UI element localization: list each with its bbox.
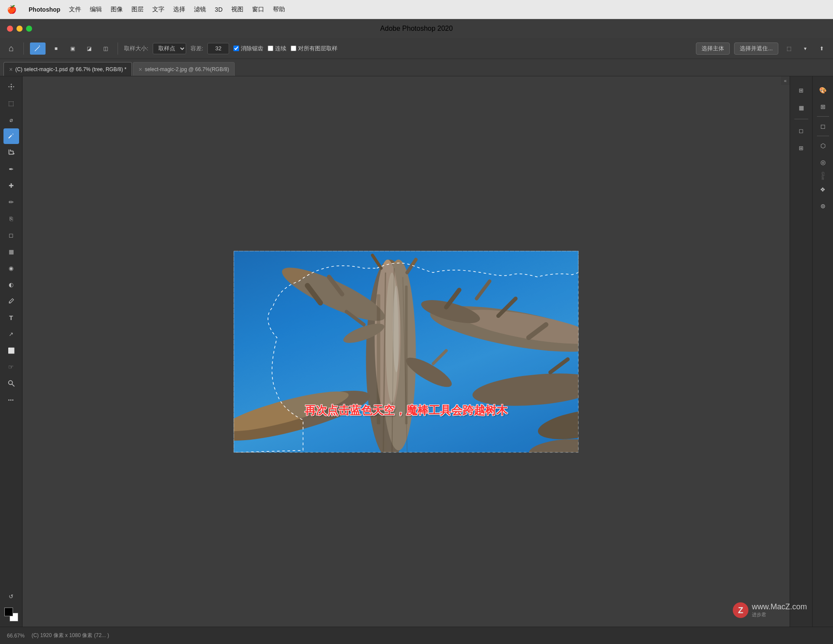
heal-tool[interactable]: ✚ xyxy=(3,178,19,193)
far-right-label: Glue xyxy=(821,172,825,180)
tab-bar: × (C) select-magic-1.psd @ 66.7% (tree, … xyxy=(0,59,833,76)
shape-tool[interactable]: ⬜ xyxy=(3,343,19,358)
menu-help[interactable]: 帮助 xyxy=(273,6,285,13)
shape-add-button[interactable]: ▣ xyxy=(66,42,79,55)
tab-close-psd[interactable]: × xyxy=(9,66,13,73)
canvas-content: 再次点击蓝色天空，魔棒工具会跨越树木 xyxy=(234,251,579,452)
canvas-viewport[interactable]: 再次点击蓝色天空，魔棒工具会跨越树木 xyxy=(23,76,790,627)
anti-alias-checkbox[interactable] xyxy=(233,46,239,51)
tolerance-label: 容差: xyxy=(190,45,203,52)
right-panel-icon2[interactable]: ▦ xyxy=(794,100,809,115)
title-bar: Adobe Photoshop 2020 xyxy=(0,19,833,38)
share-button[interactable]: ⬆ xyxy=(816,42,828,55)
watermark-site: www.MacZ.com xyxy=(752,602,807,611)
menu-view[interactable]: 视图 xyxy=(231,6,243,13)
panel-collapse-button[interactable]: « xyxy=(781,76,790,85)
crop-tool[interactable] xyxy=(3,145,19,160)
status-bar: 66.67% (C) 1920 像素 x 1080 像素 (72... ) xyxy=(0,627,833,644)
sample-size-label: 取样大小: xyxy=(124,45,148,52)
color-swatches[interactable] xyxy=(3,607,19,622)
magic-wand-tool-button[interactable] xyxy=(30,42,46,55)
image-canvas[interactable]: 再次点击蓝色天空，魔棒工具会跨越树木 xyxy=(234,251,579,452)
traffic-lights xyxy=(7,26,32,32)
select-mask-button[interactable]: 选择并遮住... xyxy=(734,42,778,55)
all-layers-label: 对所有图层取样 xyxy=(298,45,338,52)
menu-filter[interactable]: 滤镜 xyxy=(194,6,206,13)
far-right-icon-paths[interactable]: ❖ xyxy=(816,183,830,196)
maximize-button[interactable] xyxy=(26,26,32,32)
right-panel-icon3[interactable]: ◻ xyxy=(794,123,809,138)
apple-menu[interactable]: 🍎 xyxy=(7,5,16,14)
menu-window[interactable]: 窗口 xyxy=(252,6,264,13)
extra-tools[interactable]: ••• xyxy=(3,392,19,408)
caption-text: 再次点击蓝色天空，魔棒工具会跨越树木 xyxy=(305,403,508,416)
shape-intersect-button[interactable]: ◫ xyxy=(99,42,112,55)
lasso-tool[interactable]: ⌀ xyxy=(3,112,19,127)
separator2 xyxy=(118,42,118,55)
right-panel-icon1[interactable]: ⊞ xyxy=(794,82,809,98)
minimize-button[interactable] xyxy=(16,26,23,32)
far-right-icon-color[interactable]: 🎨 xyxy=(816,83,830,97)
watermark-brand: 进步君 xyxy=(752,611,807,618)
zoom-level: 66.67% xyxy=(7,633,25,639)
menu-text[interactable]: 文字 xyxy=(152,6,164,13)
hand-tool[interactable]: ☞ xyxy=(3,359,19,375)
tab-label-psd: (C) select-magic-1.psd @ 66.7% (tree, RG… xyxy=(15,66,126,72)
zoom-tool[interactable] xyxy=(3,376,19,391)
far-right-divider2 xyxy=(817,136,829,136)
sample-size-select[interactable]: 取样点 xyxy=(153,43,186,54)
options-bar: ⌂ ■ ▣ ◪ ◫ 取样大小: 取样点 容差: 消除锯齿 连续 对所有图层取样 … xyxy=(0,38,833,59)
brush-tool[interactable]: ✏ xyxy=(3,194,19,210)
tab-psd[interactable]: × (C) select-magic-1.psd @ 66.7% (tree, … xyxy=(3,62,132,76)
menu-select[interactable]: 选择 xyxy=(173,6,185,13)
gradient-tool[interactable]: ▦ xyxy=(3,244,19,259)
left-tools-panel: ⬚ ⌀ ✒ ✚ ✏ ⎘ ◻ ▦ ◉ ◐ T ↗ ⬜ ☞ xyxy=(0,76,23,627)
far-right-icon-layers[interactable]: ⬡ xyxy=(816,139,830,153)
tab-jpg[interactable]: × select-magic-2.jpg @ 66.7%(RGB/8) xyxy=(133,62,234,76)
foreground-color-swatch[interactable] xyxy=(4,608,13,616)
contiguous-label: 连续 xyxy=(275,45,286,52)
select-subject-button[interactable]: 选择主体 xyxy=(696,42,730,55)
menu-edit[interactable]: 编辑 xyxy=(90,6,102,13)
menu-image[interactable]: 图像 xyxy=(111,6,123,13)
svg-line-31 xyxy=(433,350,446,363)
eraser-tool[interactable]: ◻ xyxy=(3,227,19,243)
text-tool[interactable]: T xyxy=(3,310,19,325)
all-layers-checkbox[interactable] xyxy=(291,46,296,51)
blur-tool[interactable]: ◉ xyxy=(3,260,19,276)
rotate-canvas-tool[interactable]: ↺ xyxy=(3,588,19,604)
pen-tool[interactable] xyxy=(3,293,19,309)
eyedropper-tool[interactable]: ✒ xyxy=(3,161,19,177)
separator xyxy=(23,42,24,55)
magic-wand-tool[interactable] xyxy=(3,128,19,144)
svg-line-33 xyxy=(373,255,381,268)
contiguous-checkbox[interactable] xyxy=(268,46,273,51)
tab-close-jpg[interactable]: × xyxy=(138,66,142,73)
clone-tool[interactable]: ⎘ xyxy=(3,211,19,226)
shape-sub-button[interactable]: ◪ xyxy=(83,42,95,55)
path-selection-tool[interactable]: ↗ xyxy=(3,326,19,342)
move-tool[interactable] xyxy=(3,79,19,95)
far-right-icon-history[interactable]: ⊚ xyxy=(816,199,830,213)
tolerance-input[interactable] xyxy=(207,43,229,54)
anti-alias-wrap: 消除锯齿 xyxy=(233,45,263,52)
home-button[interactable]: ⌂ xyxy=(5,42,17,55)
select-rect-tool[interactable]: ⬚ xyxy=(3,95,19,111)
far-right-icon-adjust[interactable]: ◻ xyxy=(816,119,830,133)
far-right-icon-channels[interactable]: ◎ xyxy=(816,155,830,169)
close-button[interactable] xyxy=(7,26,13,32)
tree-svg xyxy=(234,251,579,452)
right-panel-icon4[interactable]: ⊞ xyxy=(794,140,809,156)
far-right-icon-grid[interactable]: ⊞ xyxy=(816,100,830,114)
shape-rect-button[interactable]: ■ xyxy=(50,42,62,55)
dodge-tool[interactable]: ◐ xyxy=(3,277,19,292)
tree-photo xyxy=(234,251,579,452)
view-mode-dropdown[interactable]: ▾ xyxy=(799,42,811,55)
canvas-area: « xyxy=(23,76,790,627)
svg-point-21 xyxy=(536,404,579,445)
menu-3d[interactable]: 3D xyxy=(215,6,223,13)
menu-layer[interactable]: 图层 xyxy=(131,6,144,13)
view-mode-button[interactable]: ⬚ xyxy=(783,42,795,55)
main-area: ⬚ ⌀ ✒ ✚ ✏ ⎘ ◻ ▦ ◉ ◐ T ↗ ⬜ ☞ xyxy=(0,76,833,627)
menu-file[interactable]: 文件 xyxy=(69,6,81,13)
